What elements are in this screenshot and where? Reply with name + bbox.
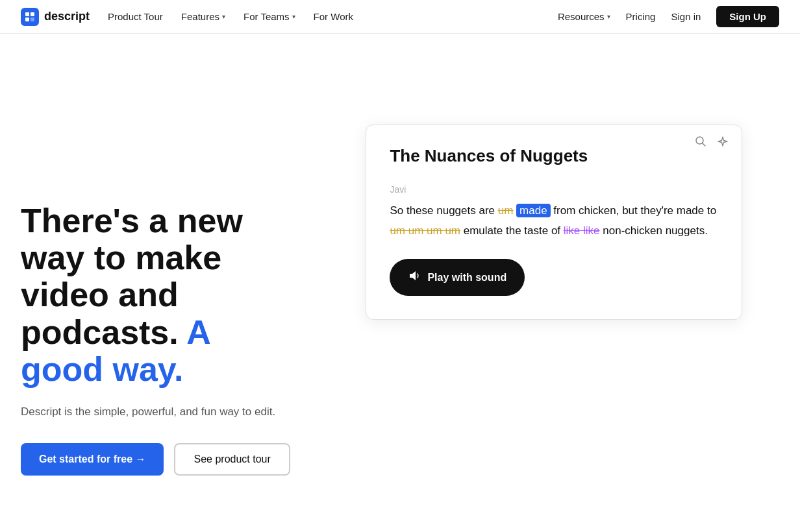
logo-icon	[21, 8, 39, 26]
hero-left: There's a new way to make video and podc…	[21, 86, 290, 476]
nav-resources[interactable]: Resources ▾	[558, 11, 610, 22]
svg-rect-1	[25, 12, 29, 16]
logo[interactable]: descript	[21, 8, 90, 26]
sparkle-icon[interactable]	[717, 136, 729, 151]
svg-rect-2	[31, 12, 34, 16]
sign-in-link[interactable]: Sign in	[671, 11, 701, 22]
nav-pricing[interactable]: Pricing	[626, 11, 656, 22]
nav-for-work[interactable]: For Work	[314, 11, 353, 22]
strikethrough-like-like: like like	[564, 224, 600, 237]
nav-for-teams[interactable]: For Teams ▾	[244, 11, 295, 22]
filler-words-um-um-um-um: um um um um	[390, 224, 460, 237]
highlighted-word-made: made	[516, 204, 551, 217]
sign-up-button[interactable]: Sign Up	[716, 6, 779, 27]
demo-panel: The Nuances of Nuggets Javi So these nug…	[366, 125, 742, 320]
hero-right: The Nuances of Nuggets Javi So these nug…	[329, 86, 779, 320]
nav-right: Resources ▾ Pricing Sign in Sign Up	[558, 6, 779, 27]
features-chevron-icon: ▾	[222, 13, 225, 20]
logo-text: descript	[44, 10, 90, 23]
nav-left: descript Product Tour Features ▾ For Tea…	[21, 8, 353, 26]
resources-chevron-icon: ▾	[607, 13, 610, 20]
play-with-sound-button[interactable]: Play with sound	[390, 259, 525, 296]
demo-speaker: Javi	[390, 184, 718, 195]
hero-headline: There's a new way to make video and podc…	[21, 202, 290, 388]
svg-line-6	[703, 143, 706, 147]
speaker-icon	[408, 269, 421, 285]
hero-subtext: Descript is the simple, powerful, and fu…	[21, 404, 290, 420]
nav-features[interactable]: Features ▾	[181, 11, 225, 22]
see-product-tour-button[interactable]: See product tour	[174, 443, 290, 476]
demo-panel-icons	[695, 136, 729, 151]
for-teams-chevron-icon: ▾	[292, 13, 295, 20]
get-started-button[interactable]: Get started for free →	[21, 443, 164, 476]
play-button-label: Play with sound	[427, 272, 506, 284]
demo-transcript: So these nuggets are um made from chicke…	[390, 201, 718, 241]
svg-rect-4	[31, 18, 34, 21]
filler-word-um: um	[498, 204, 514, 217]
nav-product-tour[interactable]: Product Tour	[108, 11, 163, 22]
svg-rect-0	[21, 8, 39, 26]
svg-rect-3	[25, 18, 29, 21]
demo-title: The Nuances of Nuggets	[390, 146, 718, 166]
search-icon[interactable]	[695, 136, 706, 151]
hero-buttons: Get started for free → See product tour	[21, 443, 290, 476]
hero-section: There's a new way to make video and podc…	[0, 34, 800, 532]
navbar: descript Product Tour Features ▾ For Tea…	[0, 0, 800, 34]
